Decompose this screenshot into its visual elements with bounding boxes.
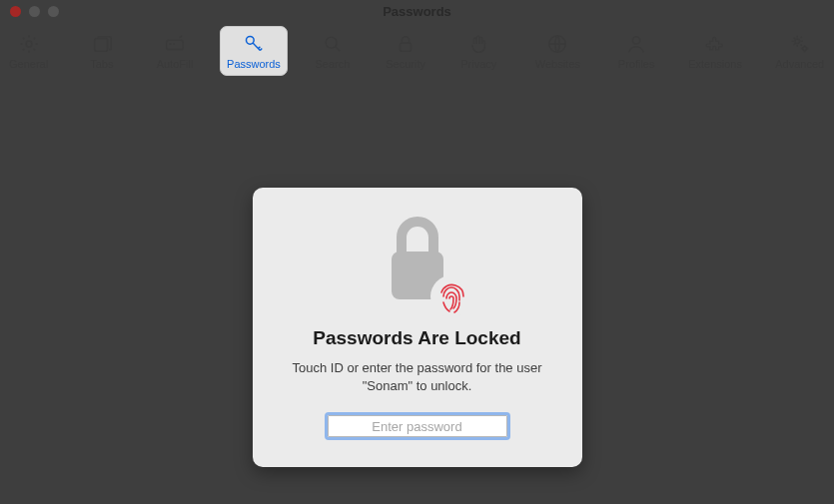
hand-icon	[467, 32, 489, 56]
locked-description: Touch ID or enter the password for the u…	[277, 359, 558, 395]
svg-point-8	[795, 39, 800, 44]
preferences-toolbar: General Tabs AutoFill Passwords Search S…	[0, 22, 834, 84]
tab-search[interactable]: Search	[304, 26, 361, 76]
svg-rect-5	[401, 43, 412, 51]
tab-label: Extensions	[688, 58, 742, 70]
touch-id-icon	[430, 275, 472, 317]
autofill-icon	[164, 32, 186, 56]
tab-profiles[interactable]: Profiles	[608, 26, 665, 76]
svg-point-3	[246, 36, 254, 44]
tab-label: Search	[315, 58, 350, 70]
tab-general[interactable]: General	[0, 26, 57, 76]
locked-heading: Passwords Are Locked	[277, 327, 558, 349]
lock-icon	[395, 32, 417, 56]
window-title: Passwords	[0, 4, 834, 19]
tab-label: Websites	[535, 58, 580, 70]
key-icon	[243, 32, 265, 56]
gear-icon	[18, 32, 40, 56]
password-input[interactable]	[328, 415, 507, 437]
tab-websites[interactable]: Websites	[523, 26, 592, 76]
titlebar: Passwords	[0, 0, 834, 22]
tab-label: Tabs	[90, 58, 113, 70]
person-icon	[625, 32, 647, 56]
passwords-locked-panel: Passwords Are Locked Touch ID or enter t…	[253, 188, 582, 467]
puzzle-icon	[704, 32, 726, 56]
tab-label: AutoFill	[157, 58, 194, 70]
tab-label: Privacy	[460, 58, 496, 70]
tab-label: Advanced	[775, 58, 824, 70]
svg-rect-2	[167, 40, 184, 49]
tabs-icon	[91, 32, 113, 56]
tab-label: Security	[386, 58, 425, 70]
tab-privacy[interactable]: Privacy	[450, 26, 507, 76]
lock-graphic	[373, 214, 462, 313]
globe-icon	[546, 32, 568, 56]
tab-security[interactable]: Security	[378, 26, 434, 76]
tab-label: Profiles	[618, 58, 655, 70]
svg-rect-1	[94, 39, 107, 52]
svg-point-9	[802, 47, 806, 51]
search-icon	[322, 32, 344, 56]
tab-autofill[interactable]: AutoFill	[146, 26, 203, 76]
tab-label: Passwords	[227, 58, 281, 70]
svg-point-0	[26, 41, 32, 47]
svg-point-7	[632, 37, 639, 44]
tab-passwords[interactable]: Passwords	[220, 26, 289, 76]
tab-advanced[interactable]: Advanced	[765, 26, 834, 76]
tab-extensions[interactable]: Extensions	[681, 26, 750, 76]
gears-icon	[789, 32, 811, 56]
tab-label: General	[9, 58, 48, 70]
tab-tabs[interactable]: Tabs	[73, 26, 130, 76]
main-content: Passwords Are Locked Touch ID or enter t…	[0, 78, 834, 504]
svg-point-4	[326, 37, 337, 48]
